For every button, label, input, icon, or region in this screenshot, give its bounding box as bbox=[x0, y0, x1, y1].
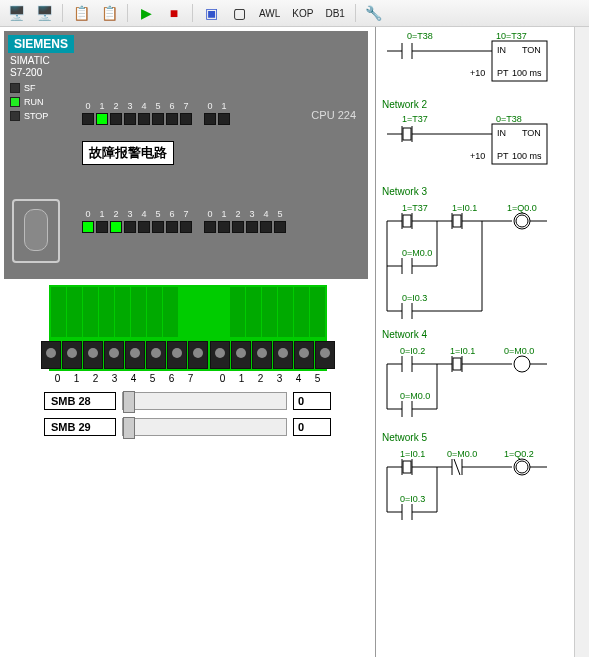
bot-io-labels-a: 01234567 bbox=[82, 209, 192, 219]
network-5-title: Network 5 bbox=[382, 432, 583, 443]
terminal-strip: 01234567 012345 bbox=[49, 285, 327, 384]
clipboard-out-icon[interactable]: 📋 bbox=[69, 1, 93, 25]
top-io-row-a bbox=[82, 113, 192, 125]
svg-text:1=Q0.2: 1=Q0.2 bbox=[504, 449, 534, 459]
top-io-row-b bbox=[204, 113, 230, 125]
svg-rect-87 bbox=[516, 461, 528, 473]
tool-icon-1[interactable]: 🖥️ bbox=[4, 1, 28, 25]
terminal-labels-a: 01234567 bbox=[49, 373, 200, 384]
cpu-label: CPU 224 bbox=[311, 109, 356, 121]
bot-io-row-a bbox=[82, 221, 192, 233]
svg-rect-30 bbox=[403, 215, 411, 227]
clipboard-in-icon[interactable]: 📋 bbox=[97, 1, 121, 25]
svg-text:PT: PT bbox=[497, 151, 509, 161]
svg-rect-78 bbox=[403, 461, 411, 473]
svg-text:1=T37: 1=T37 bbox=[402, 203, 428, 213]
svg-text:TON: TON bbox=[522, 128, 541, 138]
smb29-slider[interactable] bbox=[122, 418, 287, 436]
plc-module: SIEMENS SIMATIC S7-200 SF RUN STOP CPU 2… bbox=[4, 31, 368, 279]
tool-icon-extra[interactable]: 🔧 bbox=[362, 1, 386, 25]
svg-text:0=M0.0: 0=M0.0 bbox=[402, 248, 432, 258]
terminal-labels-b: 012345 bbox=[214, 373, 327, 384]
plc-model: SIMATIC S7-200 bbox=[10, 55, 50, 79]
svg-text:0=M0.0: 0=M0.0 bbox=[504, 346, 534, 356]
svg-text:1=I0.1: 1=I0.1 bbox=[400, 449, 425, 459]
simulator-pane: SIEMENS SIMATIC S7-200 SF RUN STOP CPU 2… bbox=[0, 27, 376, 657]
run-icon[interactable]: ▶ bbox=[134, 1, 158, 25]
svg-text:PT: PT bbox=[497, 68, 509, 78]
toolbar: 🖥️ 🖥️ 📋 📋 ▶ ■ ▣ ▢ AWL KOP DB1 🔧 bbox=[0, 0, 589, 27]
bot-io-labels-b: 012345 bbox=[204, 209, 286, 219]
vertical-scrollbar[interactable] bbox=[574, 27, 589, 657]
ladder-pane: 0=T38 10=T37 IN TON +10 PT 100 ms Networ… bbox=[376, 27, 589, 657]
svg-rect-16 bbox=[403, 128, 411, 140]
network-2-title: Network 2 bbox=[382, 99, 583, 110]
brand-logo: SIEMENS bbox=[8, 35, 74, 53]
network-3-title: Network 3 bbox=[382, 186, 583, 197]
svg-text:1=Q0.0: 1=Q0.0 bbox=[507, 203, 537, 213]
smb28-value: 0 bbox=[293, 392, 331, 410]
svg-text:0=I0.2: 0=I0.2 bbox=[400, 346, 425, 356]
svg-text:1=I0.1: 1=I0.1 bbox=[450, 346, 475, 356]
svg-text:+10: +10 bbox=[470, 68, 485, 78]
network-5-svg: 1=I0.1 0=M0.0 1=Q0.2 0=I0.3 bbox=[382, 447, 562, 527]
smb28-slider[interactable] bbox=[122, 392, 287, 410]
network-4-title: Network 4 bbox=[382, 329, 583, 340]
tool-icon-2[interactable]: 🖥️ bbox=[32, 1, 56, 25]
smb28-label: SMB 28 bbox=[44, 392, 116, 410]
bot-io-row-b bbox=[204, 221, 286, 233]
svg-text:0=M0.0: 0=M0.0 bbox=[400, 391, 430, 401]
stop-icon[interactable]: ■ bbox=[162, 1, 186, 25]
network-3-svg: 1=T37 1=I0.1 1=Q0.0 0=M0.0 0=I0.3 bbox=[382, 201, 562, 321]
panel-icon-1[interactable]: ▣ bbox=[199, 1, 223, 25]
panel-icon-2[interactable]: ▢ bbox=[227, 1, 251, 25]
led-run: RUN bbox=[10, 97, 44, 107]
svg-point-65 bbox=[514, 356, 530, 372]
svg-text:+10: +10 bbox=[470, 151, 485, 161]
svg-text:1=I0.1: 1=I0.1 bbox=[452, 203, 477, 213]
db1-button[interactable]: DB1 bbox=[321, 8, 348, 19]
svg-text:IN: IN bbox=[497, 128, 506, 138]
network-4-svg: 0=I0.2 1=I0.1 0=M0.0 0=M0.0 bbox=[382, 344, 562, 424]
svg-rect-35 bbox=[453, 215, 461, 227]
svg-text:0=M0.0: 0=M0.0 bbox=[447, 449, 477, 459]
serial-port-icon bbox=[12, 199, 60, 263]
svg-text:IN: IN bbox=[497, 45, 506, 55]
top-io-labels-a: 01234567 bbox=[82, 101, 192, 111]
svg-text:0=I0.3: 0=I0.3 bbox=[402, 293, 427, 303]
smb29-label: SMB 29 bbox=[44, 418, 116, 436]
led-sf: SF bbox=[10, 83, 36, 93]
led-stop: STOP bbox=[10, 111, 48, 121]
slider-smb28: SMB 28 0 bbox=[4, 392, 371, 410]
terminal-top-green bbox=[49, 285, 327, 339]
awl-button[interactable]: AWL bbox=[255, 8, 284, 19]
svg-text:1=T37: 1=T37 bbox=[402, 114, 428, 124]
svg-text:100 ms: 100 ms bbox=[512, 151, 542, 161]
top-io-labels-b: 01 bbox=[204, 101, 230, 111]
svg-rect-39 bbox=[516, 215, 528, 227]
svg-text:0=T38: 0=T38 bbox=[407, 31, 433, 41]
svg-text:10=T37: 10=T37 bbox=[496, 31, 527, 41]
network-2-svg: 1=T37 0=T38 IN TON +10 PT 100 ms bbox=[382, 114, 562, 178]
terminal-screws[interactable] bbox=[49, 339, 327, 371]
svg-text:0=I0.3: 0=I0.3 bbox=[400, 494, 425, 504]
network-1-svg: 0=T38 10=T37 IN TON +10 PT 100 ms bbox=[382, 31, 562, 91]
svg-line-83 bbox=[454, 459, 460, 475]
program-title: 故障报警电路 bbox=[82, 141, 174, 165]
svg-text:0=T38: 0=T38 bbox=[496, 114, 522, 124]
slider-smb29: SMB 29 0 bbox=[4, 418, 371, 436]
svg-rect-62 bbox=[453, 358, 461, 370]
kop-button[interactable]: KOP bbox=[288, 8, 317, 19]
svg-text:TON: TON bbox=[522, 45, 541, 55]
smb29-value: 0 bbox=[293, 418, 331, 436]
svg-text:100 ms: 100 ms bbox=[512, 68, 542, 78]
